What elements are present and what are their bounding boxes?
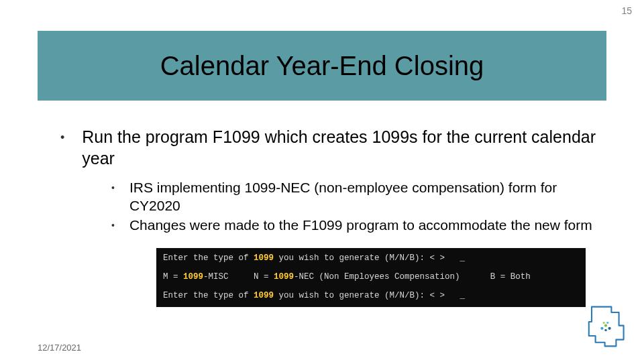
- content-area: • Run the program F1099 which creates 10…: [60, 126, 604, 236]
- sub-bullets: • IRS implementing 1099-NEC (non-employe…: [111, 178, 604, 235]
- svg-point-2: [608, 327, 611, 330]
- ohio-logo-icon: [582, 303, 629, 350]
- svg-point-1: [600, 327, 603, 330]
- bullet-text: Run the program F1099 which creates 1099…: [82, 126, 604, 169]
- terminal-screenshot: Enter the type of 1099 you wish to gener…: [156, 248, 586, 307]
- bullet-marker: •: [60, 126, 64, 169]
- page-number: 15: [621, 5, 632, 16]
- bullet-level2: • IRS implementing 1099-NEC (non-employe…: [111, 178, 604, 215]
- svg-point-5: [604, 329, 607, 332]
- slide: 15 Calendar Year-End Closing • Run the p…: [0, 0, 644, 362]
- bullet-text: Changes were made to the F1099 program t…: [129, 216, 592, 235]
- bullet-text: IRS implementing 1099-NEC (non-employee …: [129, 178, 604, 215]
- svg-point-4: [606, 322, 609, 324]
- title-bar: Calendar Year-End Closing: [38, 31, 606, 101]
- svg-point-3: [602, 322, 605, 324]
- terminal-line: Enter the type of 1099 you wish to gener…: [163, 252, 579, 264]
- bullet-level2: • Changes were made to the F1099 program…: [111, 216, 604, 235]
- footer-date: 12/17/2021: [38, 343, 81, 353]
- bullet-level1: • Run the program F1099 which creates 10…: [60, 126, 604, 169]
- slide-title: Calendar Year-End Closing: [160, 51, 484, 81]
- bullet-marker: •: [111, 216, 115, 235]
- svg-point-0: [604, 324, 607, 327]
- terminal-line: Enter the type of 1099 you wish to gener…: [163, 290, 579, 302]
- terminal-line: M = 1099-MISC N = 1099-NEC (Non Employee…: [163, 271, 579, 283]
- bullet-marker: •: [111, 178, 115, 215]
